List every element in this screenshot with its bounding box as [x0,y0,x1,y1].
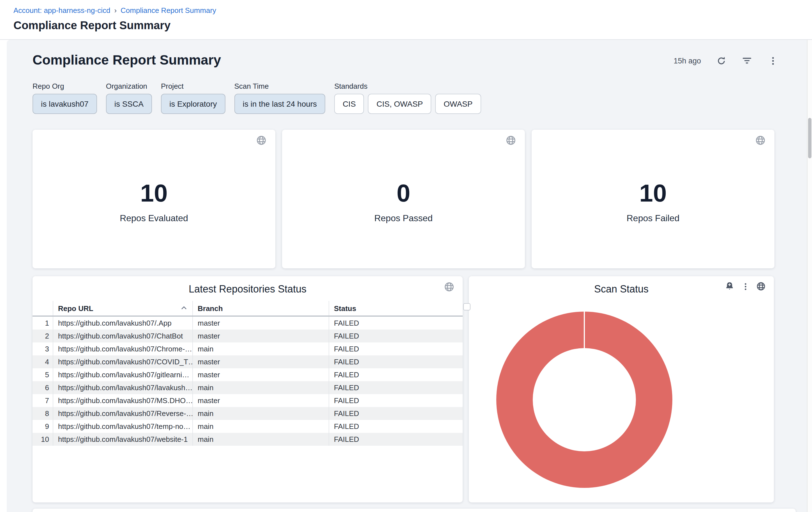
table-row: 5 https://github.com/lavakush07/gitlearn… [32,368,463,381]
column-header-branch[interactable]: Branch [192,301,329,316]
repo-url-cell: https://github.com/lavakush07/MS.DHO… [53,394,192,407]
repo-table-header-row: Repo URL Branch Status [32,301,463,316]
status-cell: FAILED [329,329,463,343]
branch-cell: main [192,343,329,355]
standards-chip-owasp[interactable]: OWASP [435,94,481,114]
table-row: 1 https://github.com/lavakush07/.App mas… [32,316,463,329]
filter-chip-scan-time[interactable]: is in the last 24 hours [234,94,325,114]
status-cell: FAILED [329,368,463,381]
filter-label: Repo Org [32,82,97,91]
branch-cell: master [192,368,329,381]
page-title: Compliance Report Summary [13,19,171,32]
table-row: 6 https://github.com/lavakush07/lavakush… [32,381,463,394]
repo-url-cell: https://github.com/lavakush07/.App [53,316,192,329]
breadcrumb-account-link[interactable]: Account: app-harness-ng-cicd [13,6,110,15]
row-number: 3 [32,343,53,355]
scan-card-actions [725,281,766,291]
branch-cell: master [192,394,329,407]
app-root: Account: app-harness-ng-cicd › Complianc… [0,0,812,512]
table-row: 8 https://github.com/lavakush07/Reverse-… [32,407,463,420]
dashboard-canvas: Compliance Report Summary 15h ago [7,40,808,512]
repo-url-cell: https://github.com/lavakush07/lavakush… [53,381,192,394]
globe-icon[interactable] [256,135,267,146]
repo-table: Repo URL Branch Status [32,301,463,446]
column-header-status[interactable]: Status [329,301,463,316]
globe-icon[interactable] [755,135,766,146]
tile-repos-evaluated: 10 Repos Evaluated [32,130,276,268]
filter-chip-project[interactable]: is Exploratory [161,94,226,114]
dashboard-title: Compliance Report Summary [32,52,221,68]
table-row: 9 https://github.com/lavakush07/temp-no…… [32,420,463,433]
tile-value: 0 [282,179,525,208]
standards-chip-row: CIS CIS, OWASP OWASP [334,94,481,114]
donut-slice-divider [584,312,585,348]
kebab-menu-icon[interactable] [740,281,750,291]
row-number: 5 [32,368,53,381]
row-number: 8 [32,407,53,420]
table-scroll-thumb[interactable] [463,303,470,311]
repo-url-cell: https://github.com/lavakush07/temp-no… [53,420,192,433]
filter-chip-repo-org[interactable]: is lavakush07 [32,94,97,114]
filter-chip-organization[interactable]: is SSCA [106,94,152,114]
repo-url-cell: https://github.com/lavakush07/Reverse-… [53,407,192,420]
table-row: 10 https://github.com/lavakush07/website… [32,433,463,446]
repo-url-cell: https://github.com/lavakush07/ChatBot [53,329,192,343]
filter-icon[interactable] [741,55,753,66]
cards-row: Latest Repositories Status Repo URL [7,276,808,503]
globe-icon[interactable] [505,135,517,146]
standards-chip-cis-owasp[interactable]: CIS, OWASP [368,94,431,114]
branch-cell: main [192,407,329,420]
row-number-header [32,301,53,316]
filter-label: Scan Time [234,82,325,91]
filter-scan-time: Scan Time is in the last 24 hours [234,82,325,114]
branch-cell: main [192,420,329,433]
page-scrollbar-thumb[interactable] [808,118,811,158]
branch-cell: main [192,381,329,394]
row-number: 6 [32,381,53,394]
filter-label: Project [161,82,226,91]
tile-repos-passed: 0 Repos Passed [282,130,525,268]
tile-value: 10 [32,179,276,208]
tile-value: 10 [532,179,775,208]
page-scrollbar-track[interactable] [807,40,812,512]
status-cell: FAILED [329,316,463,329]
standards-chip-cis[interactable]: CIS [334,94,364,114]
filter-label: Organization [106,82,152,91]
sort-asc-icon [181,306,186,310]
column-header-repo-url[interactable]: Repo URL [53,301,192,316]
repo-url-cell: https://github.com/lavakush07/COVID_T… [53,355,192,368]
branch-cell: master [192,329,329,343]
row-number: 2 [32,329,53,343]
branch-cell: master [192,355,329,368]
filter-project: Project is Exploratory [161,82,226,114]
branch-cell: master [192,316,329,329]
status-cell: FAILED [329,343,463,355]
breadcrumb-current-link[interactable]: Compliance Report Summary [121,6,216,15]
topbar: Account: app-harness-ng-cicd › Complianc… [0,0,812,40]
dashboard-header-actions: 15h ago [673,55,778,66]
tile-label: Repos Failed [532,213,775,223]
tile-label: Repos Evaluated [32,213,276,223]
tile-repos-failed: 10 Repos Failed [532,130,775,268]
filter-label: Standards [334,82,481,91]
row-number: 7 [32,394,53,407]
table-row: 3 https://github.com/lavakush07/Chrome-…… [32,343,463,355]
scan-status-donut-chart [496,312,672,488]
refresh-icon[interactable] [716,55,727,66]
repo-url-cell: https://github.com/lavakush07/Chrome-… [53,343,192,355]
status-cell: FAILED [329,420,463,433]
filter-organization: Organization is SSCA [106,82,152,114]
globe-icon[interactable] [756,281,766,291]
status-cell: FAILED [329,381,463,394]
latest-repositories-card: Latest Repositories Status Repo URL [32,276,463,503]
kebab-menu-icon[interactable] [767,55,778,66]
repo-url-cell: https://github.com/lavakush07/gitlearni… [53,368,192,381]
repo-url-cell: https://github.com/lavakush07/website-1 [53,433,192,446]
donut-hole [533,348,636,451]
status-cell: FAILED [329,355,463,368]
globe-icon[interactable] [443,281,455,293]
scan-status-card: Scan Status [469,276,774,503]
alert-bell-icon[interactable] [725,281,735,291]
next-row-card-partial [32,509,796,512]
table-row: 2 https://github.com/lavakush07/ChatBot … [32,329,463,343]
